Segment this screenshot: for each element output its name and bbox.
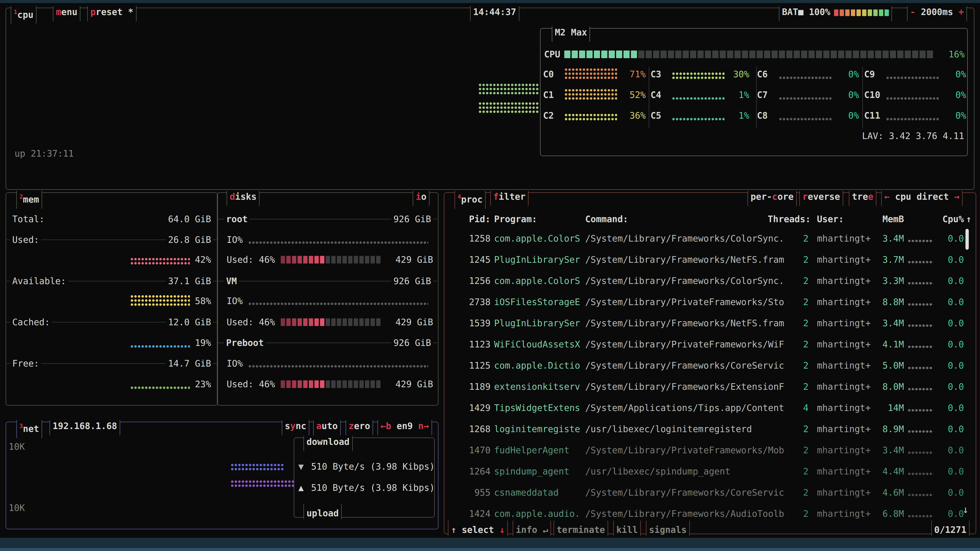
label-segment: everse <box>808 192 840 202</box>
proc-row[interactable]: 1424com.apple.audio./System/Library/Fram… <box>444 508 976 519</box>
mem-usage-graph <box>130 345 190 348</box>
col-pid[interactable]: Pid: <box>450 213 490 225</box>
col-user[interactable]: User: <box>817 213 844 225</box>
footer-signals[interactable]: signals <box>646 520 690 536</box>
footer-info[interactable]: info ↵ <box>513 520 551 536</box>
core-label-c0: C0 <box>543 68 554 80</box>
proc-cell-cmd: /System/Library/PrivateFrameworks/WiF <box>585 339 784 350</box>
tab-menu[interactable]: menu <box>53 6 80 21</box>
tab-proc[interactable]: 4proc <box>455 191 486 209</box>
download-title: download <box>304 436 353 451</box>
meter-block <box>365 318 369 326</box>
tab-cpu-direct[interactable]: ← cpu direct → <box>881 191 963 206</box>
proc-row[interactable]: 1245PlugInLibrarySer/System/Library/Fram… <box>444 254 976 265</box>
footer-terminate[interactable]: terminate <box>554 520 608 536</box>
proc-row[interactable]: 1264spindump_agent/usr/libexec/spindump_… <box>444 466 976 477</box>
meter-block <box>309 318 313 326</box>
tab-tree[interactable]: tree <box>849 191 877 206</box>
proc-row[interactable]: 2738iOSFilesStorageE/System/Library/Priv… <box>444 297 976 308</box>
label-segment: 2 <box>19 193 23 200</box>
uptime-label: up 21:37:11 <box>14 148 74 159</box>
meter-block <box>326 380 330 388</box>
proc-row[interactable]: 1123WiFiCloudAssetsX/System/Library/Priv… <box>444 339 976 350</box>
tab-preset[interactable]: preset * <box>87 6 137 21</box>
meter-block <box>331 380 336 388</box>
meter-block <box>905 51 911 58</box>
update-interval-control[interactable]: - 2000ms + <box>907 6 967 21</box>
label-segment: 1 <box>14 9 18 15</box>
meter-block <box>868 10 872 16</box>
core-percent-c2: 36% <box>612 110 646 121</box>
proc-cell-cmd: /System/Library/Frameworks/NetFS.fram <box>585 254 784 265</box>
meter-block <box>371 380 375 388</box>
proc-cell-thr: 2 <box>768 487 808 498</box>
col-threads[interactable]: Threads: <box>768 213 808 225</box>
col-cpu[interactable]: Cpu% <box>926 213 964 225</box>
col-program[interactable]: Program: <box>494 213 537 225</box>
proc-cell-prog: PlugInLibrarySer <box>494 254 580 265</box>
meter-block <box>631 51 637 58</box>
proc-row[interactable]: 1268loginitemregiste/usr/libexec/loginit… <box>444 424 976 435</box>
tab-mem[interactable]: 2mem <box>16 191 42 209</box>
proc-cell-usr: mhartingt+ <box>817 381 871 392</box>
tab-filter[interactable]: filter <box>490 191 528 206</box>
proc-cell-cmd: /System/Library/Frameworks/ExtensionF <box>585 381 784 392</box>
proc-row[interactable]: 1429TipsWidgetExtens/System/Applications… <box>444 402 976 413</box>
tab-cpu[interactable]: 1cpu <box>11 6 37 24</box>
tab-zero[interactable]: zero <box>345 420 373 435</box>
proc-cell-cmd: /System/Library/Frameworks/CoreServic <box>585 487 784 498</box>
tab-sync[interactable]: sync <box>282 420 309 435</box>
meter-block <box>883 51 889 58</box>
footer-kill[interactable]: kill <box>613 520 641 536</box>
tab-per-core[interactable]: per-core <box>748 191 797 206</box>
proc-row[interactable]: 1256com.apple.ColorS/System/Library/Fram… <box>444 275 976 286</box>
meter-block <box>365 256 369 264</box>
disk-size: 926 GiB <box>391 213 433 225</box>
proc-mem-graph <box>907 493 933 497</box>
proc-row[interactable]: 1125com.apple.Dictio/System/Library/Fram… <box>444 360 976 371</box>
proc-row[interactable]: 955csnameddatad/System/Library/Framework… <box>444 487 976 498</box>
proc-row[interactable]: 1189extensionkitserv/System/Library/Fram… <box>444 381 976 392</box>
proc-row[interactable]: 1470fudHelperAgent/System/Library/Privat… <box>444 445 976 456</box>
tab-reverse[interactable]: reverse <box>799 191 843 206</box>
scroll-down-icon[interactable]: ↓ <box>963 504 975 515</box>
tab-auto[interactable]: auto <box>313 420 341 435</box>
tab-net[interactable]: 3net <box>16 420 42 438</box>
proc-scrollbar[interactable] <box>966 229 969 250</box>
tab-disks[interactable]: disks <box>227 191 259 206</box>
proc-row[interactable]: 1539PlugInLibrarySer/System/Library/Fram… <box>444 318 976 329</box>
proc-cell-usr: mhartingt+ <box>817 318 871 329</box>
disk-io-graph <box>248 302 428 306</box>
core-label-c6: C6 <box>757 68 768 80</box>
meter-block <box>660 51 667 58</box>
core-graph-c7 <box>779 97 832 100</box>
proc-mem-graph <box>907 239 933 243</box>
proc-row[interactable]: 1258com.apple.ColorS/System/Library/Fram… <box>444 233 976 244</box>
footer-select[interactable]: ↑ select ↓ <box>448 520 508 536</box>
label-segment: cpu <box>18 10 33 20</box>
meter-block <box>920 51 926 58</box>
proc-cell-usr: mhartingt+ <box>817 487 871 498</box>
meter-block <box>331 256 336 264</box>
label-segment: i <box>416 192 421 202</box>
label-segment: signals <box>649 525 687 535</box>
proc-cell-prog: spindump_agent <box>494 466 570 477</box>
sort-arrow-icon[interactable]: ↑ <box>966 213 971 225</box>
disk-name: VM <box>224 275 239 287</box>
label-segment: c <box>772 192 777 202</box>
core-label-c5: C5 <box>651 110 661 121</box>
tab-interface[interactable]: ←b en9 n→ <box>377 420 432 435</box>
meter-block <box>873 10 878 16</box>
col-mem[interactable]: MemB <box>863 213 904 225</box>
col-command[interactable]: Command: <box>585 213 628 225</box>
tab-io[interactable]: io <box>413 191 430 206</box>
meter-block <box>638 51 644 58</box>
proc-cell-usr: mhartingt+ <box>817 339 871 350</box>
meter-block <box>371 256 375 264</box>
label-segment: ←b <box>380 421 391 431</box>
proc-mem-graph <box>907 472 933 475</box>
proc-cell-pid: 1256 <box>450 275 490 286</box>
meter-block <box>320 256 325 264</box>
proc-cell-memv: 3.4M <box>863 233 904 244</box>
core-graph-c2 <box>564 113 617 121</box>
